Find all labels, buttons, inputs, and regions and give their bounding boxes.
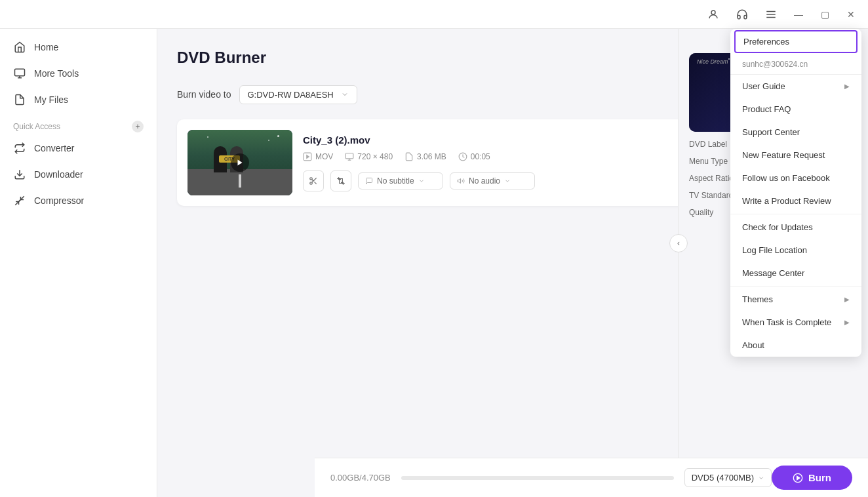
menu-item-new-feature-request[interactable]: New Feature Request [730,144,861,167]
minimize-button[interactable]: — [789,5,808,24]
video-resolution-item: 720 × 480 [345,152,393,161]
disc-type-dropdown[interactable]: DVD5 (4700MB) [684,468,772,487]
tools-icon [13,67,26,80]
video-duration-item: 00:05 [458,152,490,161]
svg-marker-10 [238,160,243,166]
disc-type-value: DVD5 (4700MB) [692,473,754,483]
progress-bar-container [401,476,674,480]
subtitle-icon [365,177,373,185]
sidebar-nav: Home More Tools My Files Quick Access + [0,29,157,219]
video-format-icon [303,152,312,161]
menu-item-check-updates[interactable]: Check for Updates [730,216,861,239]
burn-to-label: Burn video to [177,89,231,100]
sidebar-item-home[interactable]: Home [0,34,157,60]
svg-marker-12 [307,155,309,158]
menu-item-product-faq[interactable]: Product FAQ [730,98,861,121]
menu-type-text: Menu Type [689,157,728,166]
burn-button[interactable]: Burn [772,466,852,490]
menu-divider-2 [730,286,861,287]
home-icon [13,41,26,54]
maximize-button[interactable]: ▢ [816,5,834,24]
burn-icon [793,473,803,483]
burn-destination-dropdown[interactable]: G:DVD-RW DA8AESH [239,85,357,104]
audio-dropdown[interactable]: No audio [450,172,535,189]
sidebar-item-compressor-label: Compressor [34,195,84,206]
menu-item-support-center[interactable]: Support Center [730,121,861,144]
quick-access-label: Quick Access [13,122,60,131]
menu-item-about[interactable]: About [730,334,861,357]
crop-button[interactable] [330,170,351,191]
downloader-icon [13,168,26,181]
sidebar-item-downloader[interactable]: Downloader [0,161,157,188]
video-size-icon [404,152,414,161]
menu-item-message-center[interactable]: Message Center [730,262,861,285]
sidebar-item-my-files[interactable]: My Files [0,87,157,113]
sidebar: Wondershare UniConverter Home More Tools [0,0,157,497]
video-size-item: 3.06 MB [404,152,446,161]
svg-marker-22 [458,178,461,183]
video-duration: 00:05 [471,152,490,161]
themes-chevron-icon: ▶ [844,296,850,303]
subtitle-chevron-icon [418,178,425,184]
preferences-label: Preferences [743,37,789,47]
title-bar: — ▢ ✕ [0,0,868,29]
aspect-ratio-text: Aspect Ratio [689,174,734,183]
panel-collapse-button[interactable]: ‹ [669,234,688,252]
burn-to-row: Burn video to G:DVD-RW DA8AESH [177,85,357,104]
audio-chevron-icon [504,178,511,184]
svg-point-0 [711,10,715,14]
video-thumbnail: CITY [187,130,292,195]
audio-icon [457,177,465,185]
menu-item-follow-facebook[interactable]: Follow us on Facebook [730,167,861,189]
play-button[interactable] [231,153,249,172]
trim-button[interactable] [303,170,324,191]
quick-access-add-button[interactable]: + [132,121,144,132]
headset-icon[interactable] [732,4,753,25]
sidebar-item-my-files-label: My Files [34,94,68,105]
menu-item-write-review[interactable]: Write a Product Review [730,189,861,212]
sidebar-item-converter[interactable]: Converter [0,135,157,161]
svg-line-21 [312,179,313,180]
sidebar-item-more-tools-label: More Tools [34,68,79,79]
video-format: MOV [315,152,333,161]
menu-email: sunhc@300624.cn [730,54,861,75]
menu-icon[interactable] [760,4,781,25]
burn-destination-value: G:DVD-RW DA8AESH [248,90,334,100]
svg-line-20 [314,182,316,184]
disc-chevron-icon [758,475,764,481]
subtitle-label: No subtitle [377,176,414,186]
subtitle-dropdown[interactable]: No subtitle [358,172,443,189]
video-format-item: MOV [303,152,333,161]
sidebar-item-home-label: Home [34,42,58,52]
chevron-right-icon: ▶ [844,83,850,90]
sidebar-item-downloader-label: Downloader [34,169,83,180]
menu-item-when-task-complete[interactable]: When Task is Complete ▶ [730,311,861,334]
tv-standard-text: TV Standard [689,191,733,200]
sidebar-item-compressor[interactable]: Compressor [0,188,157,214]
video-resolution-icon [345,152,354,161]
compressor-icon [13,194,26,207]
svg-rect-4 [15,69,25,76]
quality-text: Quality [689,208,713,217]
video-resolution: 720 × 480 [357,152,393,161]
menu-item-themes[interactable]: Themes ▶ [730,288,861,311]
close-button[interactable]: ✕ [842,5,860,24]
menu-item-log-file-location[interactable]: Log File Location [730,239,861,262]
video-duration-icon [458,152,467,161]
svg-point-18 [310,182,313,184]
svg-point-17 [310,177,313,180]
sidebar-item-more-tools[interactable]: More Tools [0,60,157,87]
svg-line-9 [15,200,20,205]
dvd-label-text: DVD Label [689,140,727,149]
files-icon [13,93,26,106]
when-task-chevron-icon: ▶ [844,319,850,326]
title-bar-controls: — ▢ ✕ [703,4,860,25]
user-icon[interactable] [703,4,724,25]
storage-info: 0.00GB/4.70GB [330,473,391,483]
sidebar-item-converter-label: Converter [34,143,74,153]
svg-marker-24 [797,476,800,479]
menu-item-user-guide[interactable]: User Guide ▶ [730,75,861,98]
menu-item-preferences[interactable]: Preferences [734,30,858,53]
bottom-bar: 0.00GB/4.70GB DVD5 (4700MB) Burn [315,458,868,497]
audio-label: No audio [469,176,500,186]
